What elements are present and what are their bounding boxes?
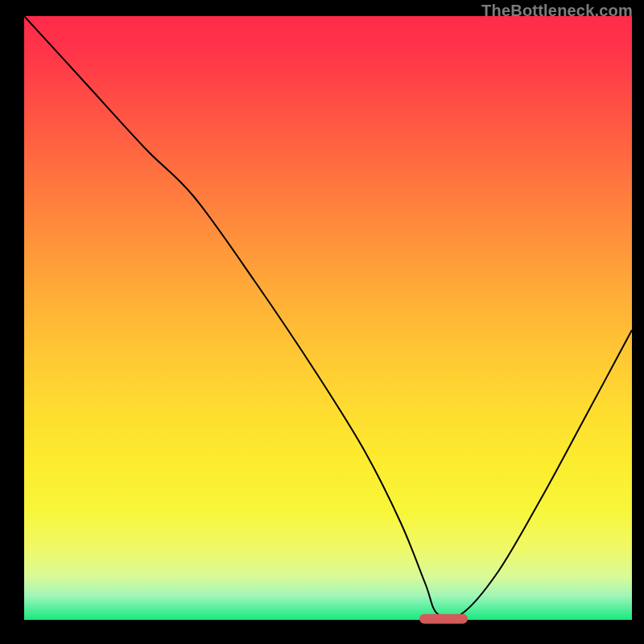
- chart-frame: [12, 16, 632, 632]
- bottleneck-curve: [24, 16, 632, 620]
- optimal-marker: [419, 614, 468, 624]
- curve-path: [24, 16, 632, 618]
- plot-area: [24, 16, 632, 620]
